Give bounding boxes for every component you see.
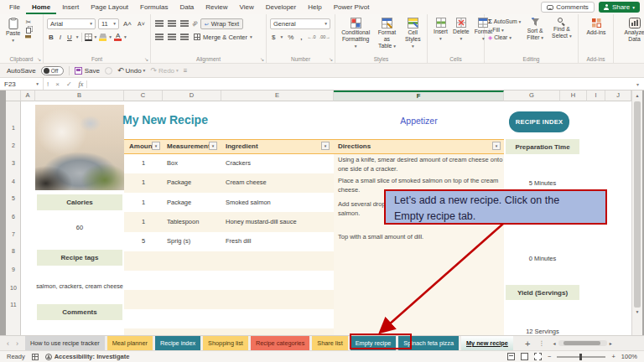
insert-function-icon[interactable]: fx xyxy=(75,80,88,88)
find-select-button[interactable]: Find &Select ▾ xyxy=(549,17,574,42)
addins-button[interactable]: Add-ins xyxy=(582,17,610,37)
bold-button[interactable]: B xyxy=(47,34,55,41)
number-format-select[interactable]: General▾ xyxy=(270,18,330,29)
row-header-3[interactable]: 3 xyxy=(6,160,21,170)
tab-help[interactable]: Help xyxy=(302,0,327,14)
cell-amount[interactable]: 1 xyxy=(124,199,163,206)
row-header-1[interactable]: 1 xyxy=(6,125,21,135)
zoom-slider-thumb[interactable] xyxy=(579,354,582,360)
increase-font-icon[interactable]: A˄ xyxy=(122,20,133,28)
enter-icon[interactable]: ✓ xyxy=(63,80,75,88)
column-header-h[interactable]: H xyxy=(560,90,587,101)
direction-step[interactable]: Top with a small amount of dill. xyxy=(338,233,423,242)
row-header-11[interactable]: 11 xyxy=(6,302,21,312)
column-header-f-selected[interactable]: F xyxy=(334,90,504,101)
page-break-view-icon[interactable] xyxy=(534,353,542,360)
column-header-c[interactable]: C xyxy=(124,90,163,101)
customize-qat-icon[interactable]: ≡ xyxy=(184,67,188,75)
fill-button[interactable]: ↓ Fill ▾ xyxy=(488,27,521,33)
orientation-icon[interactable]: ab xyxy=(191,20,199,28)
cell-measurement[interactable]: Tablespoon xyxy=(167,218,199,225)
row-header-6[interactable]: 6 xyxy=(6,214,21,224)
comments-label-cell[interactable]: Comments xyxy=(37,304,122,320)
header-prep-time[interactable]: Preparation Time xyxy=(506,139,579,154)
filter-button-directions[interactable]: ▾ xyxy=(492,142,501,150)
scroll-down-icon[interactable]: ▼ xyxy=(632,308,642,314)
sheet-tab-shopping-list[interactable]: Shopping list xyxy=(203,336,248,350)
font-dialog-launcher[interactable]: ↘ xyxy=(144,56,148,62)
merge-center-button[interactable]: Merge & Center ▾ xyxy=(192,32,254,43)
column-header-g[interactable]: G xyxy=(504,90,560,101)
recipe-title-cell[interactable]: My New Recipe xyxy=(122,113,208,127)
horizontal-scroll-thumb[interactable] xyxy=(564,341,600,345)
tab-file[interactable]: File xyxy=(3,0,26,14)
tab-insert[interactable]: Insert xyxy=(56,0,85,14)
number-dialog-launcher[interactable]: ↘ xyxy=(329,56,333,62)
align-center-icon[interactable] xyxy=(168,34,176,35)
cell-measurement[interactable]: Box xyxy=(167,159,178,167)
header-measurement[interactable]: Measurement xyxy=(167,142,210,150)
tab-review[interactable]: Review xyxy=(200,0,233,14)
sheet-tab-share-list[interactable]: Share list xyxy=(312,336,347,350)
header-directions[interactable]: Directions xyxy=(338,142,371,150)
row-header-4[interactable]: 4 xyxy=(6,178,21,189)
calories-value-cell[interactable]: 60 xyxy=(35,224,124,231)
comments-button[interactable]: Comments xyxy=(541,2,595,13)
cell-measurement[interactable]: Package xyxy=(167,199,191,206)
tab-view[interactable]: View xyxy=(234,0,260,14)
sheet-nav-right-icon[interactable]: › xyxy=(16,339,18,348)
prep-time-value[interactable]: 5 Minutes xyxy=(506,179,579,187)
clipboard-dialog-launcher[interactable]: ↘ xyxy=(37,56,41,62)
select-all-corner[interactable] xyxy=(6,90,21,101)
sheet-tab-meal-planner[interactable]: Meal planner xyxy=(107,336,153,350)
hscroll-left-icon[interactable]: ◂ xyxy=(553,340,556,346)
tab-data[interactable]: Data xyxy=(174,0,200,14)
hscroll-right-icon[interactable]: ▸ xyxy=(610,340,612,346)
tab-formulas[interactable]: Formulas xyxy=(134,0,174,14)
calories-label-cell[interactable]: Calories xyxy=(37,194,122,210)
vertical-scroll-thumb[interactable] xyxy=(634,101,641,308)
new-sheet-button[interactable]: + xyxy=(525,339,530,349)
sheet-nav-left-icon[interactable]: ‹ xyxy=(7,339,9,348)
row-header-5[interactable]: 5 xyxy=(6,195,21,205)
zoom-slider[interactable] xyxy=(557,356,605,358)
recipe-tags-value-cell[interactable]: salmon, crackers, cream cheese xyxy=(35,282,124,290)
sheet-tab-recipe-index[interactable]: Recipe index xyxy=(155,336,200,350)
currency-icon[interactable]: $ xyxy=(270,34,277,41)
cell-amount[interactable]: 5 xyxy=(124,237,163,245)
wrap-text-button[interactable]: ↩ Wrap Text xyxy=(200,18,244,29)
expand-formula-bar-icon[interactable]: ▾ xyxy=(631,81,644,87)
macro-record-icon[interactable] xyxy=(32,354,39,360)
sort-filter-button[interactable]: Sort &Filter ▾ xyxy=(524,17,546,42)
save-button[interactable]: Save xyxy=(75,67,100,75)
cell-ingredient[interactable]: Honey mustard-dill sauce xyxy=(226,218,297,225)
filter-button-amount[interactable]: ▾ xyxy=(152,142,160,150)
prep-time-value-2[interactable]: 0 Minutes xyxy=(506,255,579,262)
accessibility-checker[interactable]: Accessibility: Investigate xyxy=(45,353,130,360)
format-as-table-button[interactable]: Format asTable ▾ xyxy=(372,17,401,49)
autosum-button[interactable]: Σ AutoSum ▾ xyxy=(488,18,521,25)
cell-amount[interactable]: 1 xyxy=(124,159,163,167)
recipe-tags-label-cell[interactable]: Recipe tags xyxy=(37,250,122,266)
copy-icon[interactable] xyxy=(26,28,31,34)
align-middle-icon[interactable] xyxy=(168,20,176,22)
cancel-icon[interactable]: × xyxy=(52,80,63,88)
fill-color-icon[interactable] xyxy=(99,34,106,41)
row-header-8[interactable]: 8 xyxy=(6,248,21,258)
header-amount[interactable]: Amount xyxy=(129,142,154,150)
underline-button[interactable]: U xyxy=(65,34,74,41)
cell-styles-button[interactable]: CellStyles ▾ xyxy=(402,17,424,49)
tutorial-callout[interactable]: Let’s add a new recipe. Click on the Emp… xyxy=(384,189,607,225)
column-header-i[interactable]: I xyxy=(587,90,605,101)
yield-value[interactable]: 12 Servings xyxy=(506,328,579,335)
tab-power-pivot[interactable]: Power Pivot xyxy=(328,0,376,14)
direction-step[interactable]: Using a knife, smear desired amount of c… xyxy=(338,156,502,173)
vertical-scrollbar[interactable]: ▲ ▼ xyxy=(631,90,642,335)
row-header-2[interactable]: 2 xyxy=(6,142,21,153)
header-yield[interactable]: Yield (Servings) xyxy=(506,285,579,300)
cell-ingredient[interactable]: Cream cheese xyxy=(226,178,267,186)
font-color-icon[interactable]: A xyxy=(114,33,122,41)
format-painter-icon[interactable] xyxy=(25,35,31,39)
decrease-decimal-icon[interactable]: .00→ xyxy=(319,34,330,39)
align-top-icon[interactable] xyxy=(155,20,164,22)
